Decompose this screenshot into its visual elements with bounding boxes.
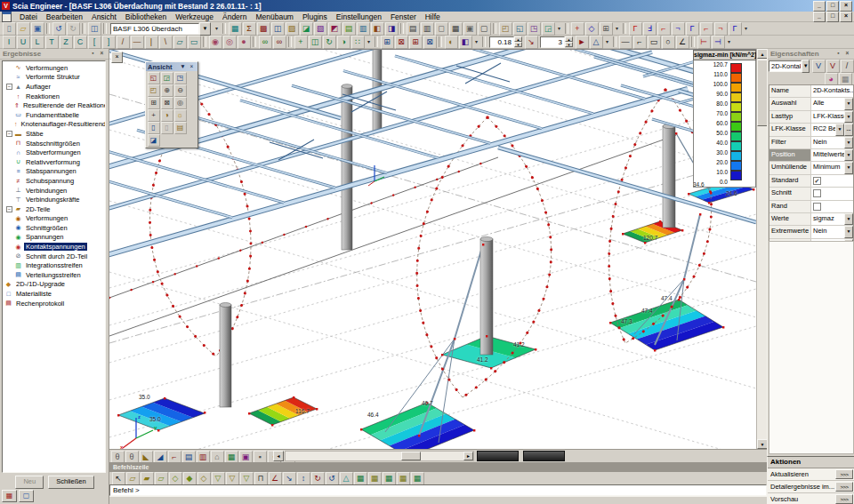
action-more-button[interactable]: >>> <box>835 482 853 492</box>
vector-icon[interactable]: ↘ <box>283 472 296 485</box>
view-front-icon[interactable]: ◲ <box>161 72 173 84</box>
close-icon[interactable]: × <box>98 50 106 58</box>
ucs-icon[interactable]: ◇ <box>585 22 599 36</box>
profile-u-icon[interactable]: U <box>17 36 30 49</box>
properties-type-combo[interactable]: 2D-Kontaktspa <box>769 60 802 72</box>
menu-datei[interactable]: Datei <box>15 12 42 21</box>
render-icon[interactable]: ◧ <box>459 36 472 49</box>
dim1-icon[interactable]: ⊢ <box>697 36 711 49</box>
zoom-all-icon[interactable]: ⊠ <box>161 97 173 109</box>
copy-multi-icon[interactable]: ◫ <box>309 36 322 49</box>
dotgrid2-icon[interactable]: ⊠ <box>395 36 408 49</box>
sel3-icon[interactable]: ▱ <box>155 472 168 485</box>
menu-hilfe[interactable]: Hilfe <box>421 12 445 21</box>
spinner-arrows[interactable]: ▲▼ <box>565 36 573 47</box>
wall-icon[interactable]: ▭ <box>188 36 201 49</box>
move-icon[interactable]: + <box>294 36 308 49</box>
tab-results-icon[interactable]: ▦ <box>2 490 17 502</box>
pointer-icon[interactable]: ↖ <box>112 472 125 485</box>
vertical-scrollbar[interactable]: ▲ ▼ <box>756 49 767 449</box>
tree-item-st-be[interactable]: −▬Stäbe <box>3 129 105 139</box>
zoom-all-icon[interactable]: ◰ <box>499 22 512 36</box>
func-f6-icon[interactable]: ⌐ <box>700 22 713 36</box>
scale-spinner[interactable]: 0.18▲▼ <box>489 36 522 48</box>
menu-ndern[interactable]: Ändern <box>218 12 251 21</box>
property-row-werte[interactable]: Wertesigmaz▼ <box>769 213 853 226</box>
horizontal-scrollbar[interactable]: ► <box>285 451 474 461</box>
chevron-down-icon[interactable]: ▼ <box>844 137 853 148</box>
chevron-down-icon[interactable]: ▾ <box>472 36 480 48</box>
sel5-icon[interactable]: ◆ <box>183 472 197 485</box>
tree-item-kontaktspannungen[interactable]: ◉Kontaktspannungen <box>3 242 105 252</box>
dim2-icon[interactable]: ⊣ <box>712 36 725 49</box>
menu-bibliotheken[interactable]: Bibliotheken <box>121 12 171 21</box>
polyline-icon[interactable]: ⌐ <box>633 36 647 49</box>
clip-box-icon[interactable]: ▯ <box>148 122 160 134</box>
paste-icon[interactable]: ▢ <box>478 22 491 36</box>
property-row-schnitt[interactable]: Schnitt <box>769 188 853 200</box>
property-row-lfk-klasse[interactable]: LFK-KlasseRC2 Ben▼... <box>769 124 853 136</box>
sel1-icon[interactable]: ▱ <box>126 472 140 485</box>
property-row-position[interactable]: PositionMittelwerte i▼ <box>769 149 853 162</box>
viewport-close-icon[interactable]: × <box>111 52 123 63</box>
tab-layers-icon[interactable]: ▢ <box>19 490 34 502</box>
close-icon[interactable]: × <box>840 12 852 22</box>
view-side-icon[interactable]: ◳ <box>174 72 187 84</box>
minimize-icon[interactable]: _ <box>813 12 826 22</box>
tree-item-verformungen[interactable]: ◉Verformungen <box>3 214 105 224</box>
chevron-down-icon[interactable]: ▼ <box>844 149 853 161</box>
new-button[interactable]: Neu <box>15 476 44 489</box>
tree-item-materialliste[interactable]: □Materialliste <box>3 289 105 299</box>
action-detailergebnisse-im[interactable]: Detailergebnisse im...>>> <box>768 481 854 493</box>
copy-icon[interactable]: ▣ <box>463 22 477 36</box>
chevron-down-icon[interactable]: ▾ <box>365 36 373 48</box>
chevron-down-icon[interactable]: ▼ <box>835 124 844 135</box>
menu-plugins[interactable]: Plugins <box>298 12 332 21</box>
new-icon[interactable]: ▯ <box>3 22 16 36</box>
tree-item-verformte-struktur[interactable]: ≈Verformte Struktur <box>3 73 105 83</box>
export-icon[interactable]: ◻ <box>435 22 448 36</box>
property-value[interactable]: sigmaz <box>811 213 844 225</box>
tree-item-auflager[interactable]: −▲Auflager <box>3 82 105 92</box>
column-icon[interactable]: | <box>145 36 158 49</box>
angle-icon[interactable]: ∠ <box>676 36 689 49</box>
tree-item-stabspannungen[interactable]: ≡Stabspannungen <box>3 167 105 177</box>
func-f4-icon[interactable]: ¬ <box>672 22 685 36</box>
beam-icon[interactable]: — <box>131 36 144 49</box>
expand-toggle-icon[interactable]: − <box>6 84 12 90</box>
func-f5-icon[interactable]: Γ <box>686 22 699 36</box>
tree-item-knotenauflager-resultierende[interactable]: ↑Knotenauflager-Resultierende <box>3 120 105 130</box>
profile-l-icon[interactable]: L <box>31 36 44 49</box>
property-row-filter[interactable]: FilterNein▼ <box>769 137 853 149</box>
property-row-extremwerte[interactable]: ExtremwerteNein▼ <box>769 226 853 238</box>
open-icon[interactable]: ▱ <box>17 22 30 36</box>
property-row-umh-llende[interactable]: UmhüllendeMinimum▼ <box>769 162 853 174</box>
project-combo-value[interactable]: BASF L306 Überdach <box>110 23 199 35</box>
model-viewport[interactable]: × Ansicht ▼ × ◱◲◳◰⊕⊖⊞⊠◎+◑☼▯▯▤◪ sigmaz-mi… <box>109 49 756 449</box>
sel4-icon[interactable]: ◇ <box>169 472 182 485</box>
select-node-icon[interactable]: ◉ <box>209 36 222 49</box>
chevron-down-icon[interactable]: ▼ <box>844 98 853 109</box>
checkbox-unchecked[interactable] <box>813 189 821 197</box>
checkbox-unchecked[interactable] <box>813 203 821 211</box>
snap-icon[interactable]: + <box>571 22 584 36</box>
gallery-icon[interactable]: ▥ <box>357 22 370 36</box>
selection-save-icon[interactable]: V <box>826 60 840 73</box>
chevron-down-icon[interactable]: ▼ <box>802 60 810 73</box>
property-row-lasttyp[interactable]: LasttypLFK-Klasse▼ <box>769 111 853 124</box>
chevron-down-icon[interactable]: ▼ <box>844 111 853 123</box>
property-value[interactable]: Nein <box>811 226 844 237</box>
chevron-down-icon[interactable]: ▾ <box>742 23 750 35</box>
menu-werkzeuge[interactable]: Werkzeuge <box>171 12 218 21</box>
chevron-down-icon[interactable]: ▾ <box>725 36 733 48</box>
spinner-down-icon[interactable]: ▼ <box>514 42 522 47</box>
menu-bearbeiten[interactable]: Bearbeiten <box>42 12 87 21</box>
property-value[interactable]: Nein <box>811 137 844 148</box>
project-combo[interactable]: BASF L306 Überdach▼ <box>110 23 211 35</box>
pin-icon[interactable]: ▪ <box>834 50 842 58</box>
menu-ansicht[interactable]: Ansicht <box>87 12 121 21</box>
zoom-out-icon[interactable]: ⊖ <box>174 84 187 97</box>
shade-icon[interactable]: ◑ <box>161 109 173 122</box>
checkbox-checked[interactable]: ✔ <box>813 177 821 185</box>
array-icon[interactable]: ∷ <box>351 36 365 49</box>
